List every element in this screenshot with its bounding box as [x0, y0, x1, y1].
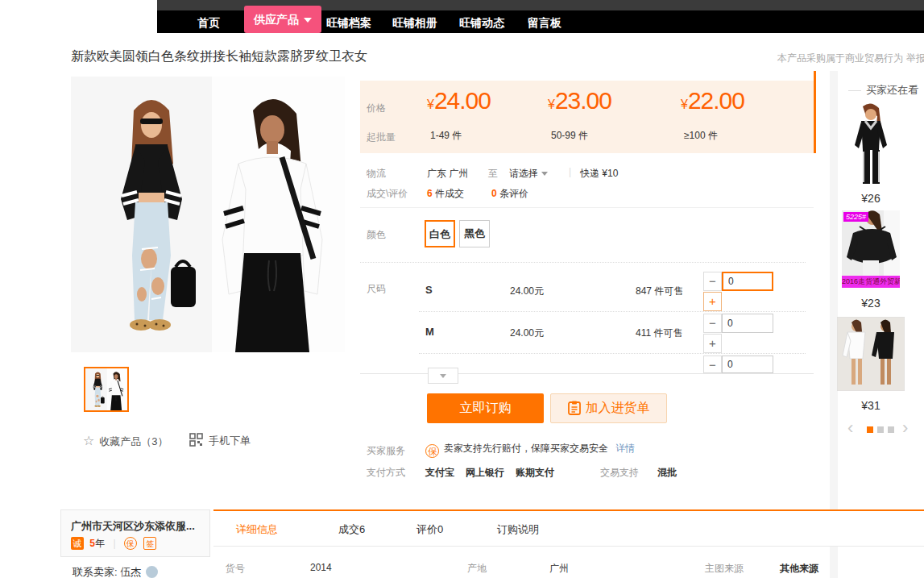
carousel-dot[interactable]	[888, 426, 894, 433]
product-tag: 5225#	[843, 212, 868, 222]
size-price: 24.00元	[510, 326, 544, 340]
chat-icon	[146, 566, 158, 578]
tab-reviews[interactable]: 评价0	[416, 522, 443, 537]
favorite-button[interactable]: ☆收藏产品（3）	[83, 433, 168, 449]
tab-deals[interactable]: 成交6	[338, 522, 365, 537]
payment-methods: 支付宝网上银行账期支付	[425, 466, 566, 480]
buyer-service-label: 买家服务	[367, 444, 405, 458]
logistics-label: 物流	[367, 167, 386, 181]
clipboard-icon	[568, 401, 581, 415]
qty-plus-button[interactable]: +	[703, 334, 722, 353]
size-price: 24.00元	[510, 285, 544, 298]
destination-select[interactable]: 请选择	[509, 167, 548, 181]
express-fee: 快递 ¥10	[580, 167, 618, 181]
contact-seller[interactable]: 联系卖家: 伍杰	[73, 565, 158, 578]
report-link[interactable]: 举报	[906, 52, 924, 65]
contract-badge-icon: 签	[143, 537, 156, 550]
logistics-origin: 广东 广州	[427, 167, 468, 181]
trade-support-label: 交易支持	[600, 466, 639, 480]
carousel-prev-icon[interactable]: ‹	[847, 419, 853, 437]
mobile-order-button[interactable]: 手机下单	[189, 433, 251, 448]
service-detail-link[interactable]: 详情	[615, 443, 635, 454]
trade-support-value: 混批	[657, 466, 677, 480]
main-nav: 首页 供应产品 旺铺档案 旺铺相册 旺铺动态 留言板	[157, 10, 924, 33]
dotted-divider	[419, 353, 806, 354]
chevron-down-icon	[541, 172, 548, 176]
field-label: 货号	[226, 562, 245, 576]
qty-input[interactable]	[722, 314, 773, 333]
divider: |	[113, 538, 115, 549]
field-value: 广州	[549, 562, 569, 576]
carousel-dot[interactable]	[877, 426, 884, 433]
section-divider	[360, 207, 814, 208]
seller-card: 广州市天河区沙东添依服... 诚 5年 | 保 签	[60, 509, 210, 557]
price-tier: ¥22.00 ≥100 件	[681, 87, 744, 114]
product-photo	[71, 77, 345, 352]
size-name: S	[425, 284, 433, 296]
star-icon: ☆	[83, 434, 94, 447]
guarantee-badge-icon: 保	[425, 444, 439, 458]
related-product-price: ¥26	[842, 192, 900, 205]
field-label: 主图来源	[705, 562, 744, 576]
seller-name-link[interactable]: 广州市天河区沙东添依服...	[71, 519, 201, 534]
carousel-next-icon[interactable]: ›	[902, 419, 908, 437]
nav-shop-profile[interactable]: 旺铺档案	[326, 16, 371, 31]
add-to-cart-button[interactable]: 加入进货单	[550, 393, 667, 423]
color-label: 颜色	[367, 228, 386, 242]
tab-order-notes[interactable]: 订购说明	[497, 522, 539, 537]
size-stock: 411 件可售	[636, 326, 682, 340]
product-banner: 2016走货通外贸新款	[842, 276, 900, 288]
page-title: 新款欧美圆领白色条纹拼接长袖短款露脐罗纹卫衣女	[71, 48, 367, 65]
logistics-to: 至	[488, 167, 498, 181]
nav-home[interactable]: 首页	[197, 16, 220, 31]
related-product-price: ¥31	[842, 399, 900, 412]
nav-shop-album[interactable]: 旺铺相册	[392, 16, 437, 31]
size-name: M	[425, 326, 434, 338]
tab-detail-info[interactable]: 详细信息	[236, 522, 278, 537]
color-option-white[interactable]: 白色	[425, 220, 455, 247]
moq-label: 起批量	[367, 131, 396, 144]
service-text: 卖家支持先行赔付，保障买家交易安全	[444, 443, 608, 454]
seller-years-unit: 年	[95, 538, 105, 549]
price-panel: 价格 起批量 ¥24.00 1-49 件 ¥23.00 50-99 件 ¥22.…	[360, 81, 814, 153]
nav-supply-products[interactable]: 供应产品	[244, 6, 321, 33]
product-thumbnail[interactable]	[84, 367, 129, 412]
accent-divider	[814, 71, 816, 153]
qty-input[interactable]	[722, 272, 773, 291]
deal-review-label: 成交\评价	[367, 187, 408, 201]
expand-sizes-button[interactable]	[428, 368, 458, 384]
order-now-button[interactable]: 立即订购	[427, 393, 544, 423]
dotted-divider	[360, 262, 806, 263]
dotted-divider	[419, 311, 806, 312]
size-label: 尺码	[367, 282, 386, 296]
review-count[interactable]: 0 条评价	[491, 187, 528, 201]
guarantee-badge-icon: 保	[124, 537, 137, 550]
qty-minus-button[interactable]: −	[703, 272, 722, 291]
payment-label: 支付方式	[367, 466, 405, 480]
qr-code-icon	[189, 433, 203, 447]
qty-minus-button[interactable]: −	[703, 314, 722, 333]
field-value: 2014	[310, 562, 332, 573]
integrity-badge-icon: 诚	[71, 537, 84, 550]
related-product-image[interactable]	[842, 103, 900, 187]
qty-minus-button[interactable]: −	[703, 356, 722, 373]
related-product-image[interactable]	[837, 317, 905, 391]
divider	[848, 90, 861, 91]
detail-tabbar: 详细信息 成交6 评价0 订购说明	[213, 509, 924, 547]
product-thumbnail-image	[85, 368, 127, 410]
nav-message-board[interactable]: 留言板	[528, 16, 561, 31]
field-label: 产地	[467, 562, 487, 576]
qty-plus-button[interactable]: +	[703, 292, 722, 311]
chevron-down-icon	[304, 18, 312, 23]
price-label: 价格	[367, 102, 386, 115]
color-option-black[interactable]: 黑色	[459, 220, 490, 247]
nav-shop-news[interactable]: 旺铺动态	[459, 16, 504, 31]
price-tier: ¥23.00 50-99 件	[548, 87, 611, 114]
size-stock: 847 件可售	[636, 285, 683, 298]
deal-count[interactable]: 6 件成交	[427, 187, 464, 201]
chevron-down-icon	[440, 374, 446, 378]
carousel-dot-active[interactable]	[867, 426, 873, 433]
field-value: 其他来源	[780, 562, 818, 576]
price-tier: ¥24.00 1-49 件	[427, 87, 491, 114]
qty-input[interactable]	[722, 356, 773, 373]
